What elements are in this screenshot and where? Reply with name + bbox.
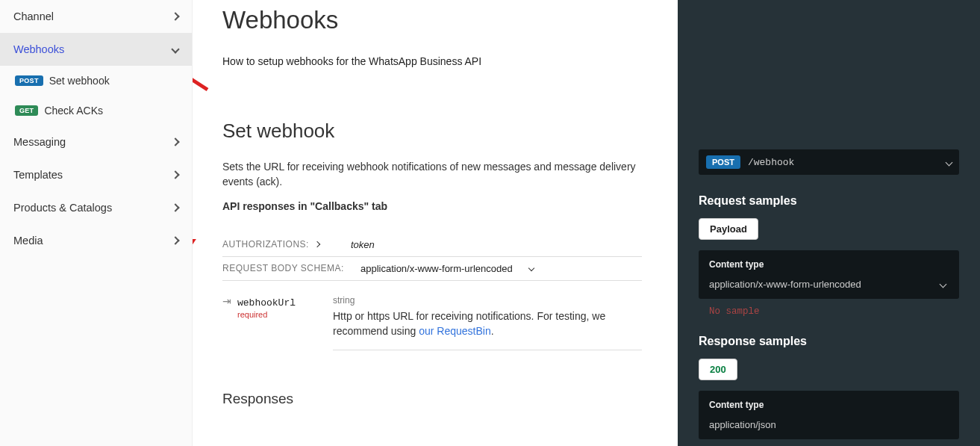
sidebar-item-webhooks[interactable]: Webhooks xyxy=(0,33,192,66)
sidebar: Channel Webhooks POST Set webhook GET Ch… xyxy=(0,0,193,446)
sidebar-item-messaging[interactable]: Messaging xyxy=(0,126,192,158)
tab-payload[interactable]: Payload xyxy=(699,218,758,240)
chevron-right-icon xyxy=(171,137,179,146)
sidebar-subitem-check-acks[interactable]: GET Check ACKs xyxy=(0,96,192,126)
svg-line-0 xyxy=(193,22,207,90)
method-badge-post: POST xyxy=(15,75,43,86)
sidebar-item-label: Messaging xyxy=(13,136,66,148)
response-content-type-box: Content type application/json xyxy=(699,391,959,439)
param-name-cell: ⇥ webhookUrl required xyxy=(222,294,315,319)
authorizations-row[interactable]: AUTHORIZATIONS: token xyxy=(222,233,642,257)
section-title: Set webhook xyxy=(222,120,642,143)
chevron-right-icon xyxy=(171,236,179,244)
required-label: required xyxy=(237,310,296,319)
sidebar-subitem-label: Set webhook xyxy=(49,75,110,87)
endpoint-path: /webhook xyxy=(748,157,939,168)
param-desc-cell: string Http or https URL for receiving n… xyxy=(333,294,642,350)
method-badge-get: GET xyxy=(15,105,38,116)
response-samples-heading: Response samples xyxy=(699,335,959,348)
auth-value: token xyxy=(351,239,375,250)
sidebar-subitem-set-webhook[interactable]: POST Set webhook xyxy=(0,66,192,96)
responses-heading: Responses xyxy=(222,391,642,407)
request-body-schema-row[interactable]: REQUEST BODY SCHEMA: application/x-www-f… xyxy=(222,257,642,281)
chevron-right-icon xyxy=(171,203,179,211)
content-type-select[interactable]: application/x-www-form-urlencoded xyxy=(709,274,949,290)
intro-text: How to setup webhooks for the WhatsApp B… xyxy=(222,55,642,67)
main-content: Webhooks How to setup webhooks for the W… xyxy=(193,0,678,446)
content-type-label: Content type xyxy=(709,259,949,270)
tab-200[interactable]: 200 xyxy=(699,359,737,380)
chevron-right-icon xyxy=(314,241,320,247)
sidebar-item-label: Templates xyxy=(13,169,63,181)
page-title: Webhooks xyxy=(222,6,642,34)
required-marker-icon: ⇥ xyxy=(222,296,231,306)
sidebar-subitem-label: Check ACKs xyxy=(44,105,103,117)
annotation-arrow-icon xyxy=(193,239,211,344)
chevron-right-icon xyxy=(171,12,179,20)
sidebar-item-products-catalogs[interactable]: Products & Catalogs xyxy=(0,191,192,224)
samples-panel: POST /webhook Request samples Payload Co… xyxy=(678,0,980,446)
param-row-webhookurl: ⇥ webhookUrl required string Http or htt… xyxy=(222,294,642,350)
chevron-right-icon xyxy=(171,170,179,179)
content-type-select[interactable]: application/json xyxy=(709,415,949,430)
sidebar-item-channel[interactable]: Channel xyxy=(0,0,192,33)
reqbody-value: application/x-www-form-urlencoded xyxy=(361,263,513,274)
sidebar-item-templates[interactable]: Templates xyxy=(0,158,192,191)
chevron-down-icon xyxy=(940,281,947,288)
chevron-down-icon xyxy=(528,265,534,271)
sidebar-item-label: Products & Catalogs xyxy=(13,202,112,214)
param-name: webhookUrl xyxy=(237,297,296,309)
section-description: Sets the URL for receiving webhook notif… xyxy=(222,159,642,190)
chevron-down-icon xyxy=(171,45,179,53)
sidebar-item-label: Channel xyxy=(13,10,54,22)
content-type-value: application/json xyxy=(709,419,776,430)
callbacks-note: API responses in "Callbacks" tab xyxy=(222,200,642,212)
content-type-label: Content type xyxy=(709,400,949,410)
content-type-value: application/x-www-form-urlencoded xyxy=(709,279,861,290)
requestbin-link[interactable]: our RequestBin xyxy=(419,325,491,337)
sidebar-item-media[interactable]: Media xyxy=(0,224,192,257)
sidebar-item-label: Webhooks xyxy=(13,43,64,55)
endpoint-method-badge: POST xyxy=(706,155,740,169)
annotation-arrow-icon xyxy=(193,15,222,105)
request-content-type-box: Content type application/x-www-form-urle… xyxy=(699,250,959,299)
no-sample-text: No sample xyxy=(699,306,959,317)
chevron-down-icon xyxy=(946,158,953,166)
auth-label: AUTHORIZATIONS: xyxy=(222,239,334,250)
param-description: Http or https URL for receiving notifica… xyxy=(333,310,605,337)
sidebar-item-label: Media xyxy=(13,235,43,247)
endpoint-bar[interactable]: POST /webhook xyxy=(699,149,959,175)
param-type: string xyxy=(333,294,642,307)
reqbody-label: REQUEST BODY SCHEMA: xyxy=(222,263,344,273)
request-samples-heading: Request samples xyxy=(699,194,959,208)
